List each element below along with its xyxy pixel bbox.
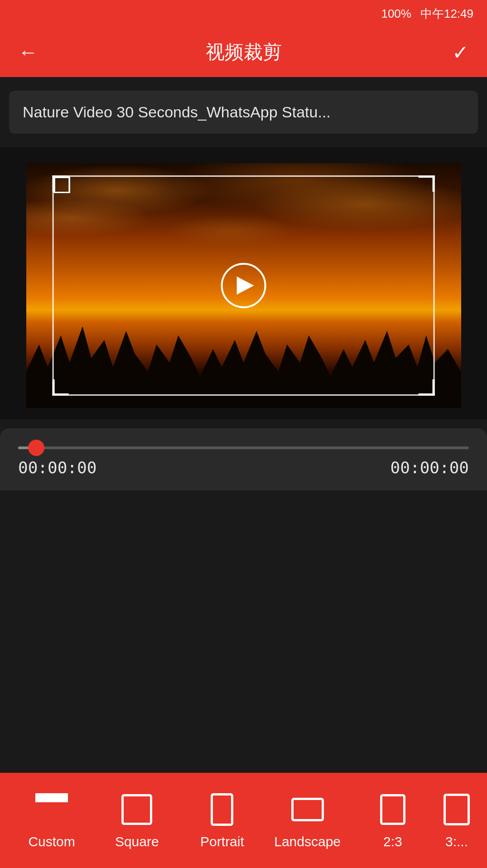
ratio34-label: 3:... bbox=[445, 834, 468, 849]
video-container bbox=[0, 147, 487, 419]
video-wrapper bbox=[26, 163, 461, 408]
ratio23-label: 2:3 bbox=[383, 834, 402, 849]
ratio23-icon-container bbox=[375, 791, 411, 828]
corner-br-icon bbox=[35, 800, 68, 802]
landscape-shape-icon bbox=[291, 798, 324, 821]
status-time: 中午12:49 bbox=[420, 6, 473, 22]
ratio34-icon-container bbox=[439, 791, 475, 828]
custom-icon bbox=[34, 791, 70, 828]
landscape-label: Landscape bbox=[274, 834, 341, 849]
filename-bar: Nature Video 30 Seconds_WhatsApp Statu..… bbox=[9, 91, 478, 134]
square-icon-container bbox=[119, 791, 155, 828]
scrubber-track[interactable] bbox=[18, 446, 469, 449]
aspect-ratio-portrait[interactable]: Portrait bbox=[179, 787, 265, 854]
filename-text: Nature Video 30 Seconds_WhatsApp Statu..… bbox=[23, 103, 331, 121]
custom-corners-icon bbox=[35, 793, 68, 826]
time-display: 00:00:00 00:00:00 bbox=[18, 458, 469, 477]
header: ← 视频裁剪 ✓ bbox=[0, 27, 487, 77]
ratio34-shape-icon bbox=[444, 794, 470, 825]
ratio23-shape-icon bbox=[380, 794, 405, 825]
landscape-icon-container bbox=[289, 791, 326, 828]
back-button[interactable]: ← bbox=[18, 41, 45, 63]
aspect-ratio-2-3[interactable]: 2:3 bbox=[350, 787, 435, 854]
square-shape-icon bbox=[121, 794, 152, 825]
portrait-label: Portrait bbox=[200, 834, 244, 849]
page-title: 视频裁剪 bbox=[45, 39, 442, 65]
status-text: 100% bbox=[381, 7, 411, 21]
timeline-section: 00:00:00 00:00:00 bbox=[0, 428, 487, 490]
video-thumbnail bbox=[26, 163, 461, 408]
square-label: Square bbox=[115, 834, 159, 849]
aspect-ratio-square[interactable]: Square bbox=[94, 787, 179, 854]
end-time: 00:00:00 bbox=[391, 458, 469, 477]
aspect-ratio-landscape[interactable]: Landscape bbox=[265, 787, 350, 854]
confirm-button[interactable]: ✓ bbox=[442, 41, 469, 64]
scrubber-thumb[interactable] bbox=[28, 440, 44, 456]
start-time: 00:00:00 bbox=[18, 458, 96, 477]
portrait-shape-icon bbox=[211, 793, 233, 826]
aspect-ratio-custom[interactable]: Custom bbox=[9, 787, 94, 854]
status-bar: 100% 中午12:49 bbox=[0, 0, 487, 27]
portrait-icon-container bbox=[204, 791, 240, 828]
aspect-ratio-bar: Custom Square Portrait Landscape 2:3 3:.… bbox=[0, 773, 487, 868]
aspect-ratio-3x[interactable]: 3:... bbox=[435, 787, 478, 854]
custom-label: Custom bbox=[28, 834, 75, 849]
